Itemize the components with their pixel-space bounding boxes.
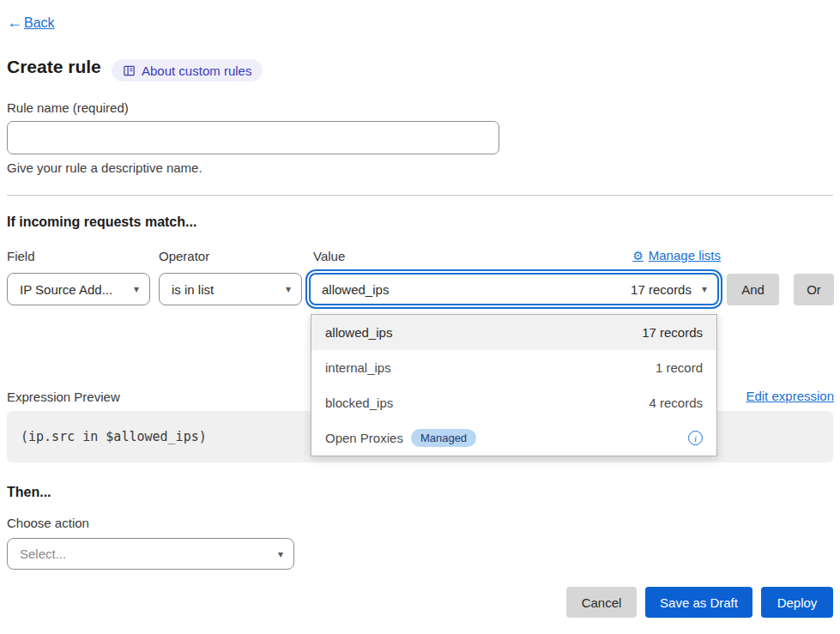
rule-name-label: Rule name (required) <box>7 100 129 115</box>
match-section-heading: If incoming requests match... <box>7 214 196 230</box>
managed-badge: Managed <box>411 429 476 447</box>
operator-select-value: is in list <box>172 282 214 297</box>
list-item-name: internal_ips <box>325 360 391 375</box>
save-as-draft-button[interactable]: Save as Draft <box>645 587 752 618</box>
info-icon[interactable]: i <box>688 431 703 445</box>
list-item-allowed-ips[interactable]: allowed_ips 17 records <box>311 315 716 350</box>
page-title: Create rule <box>7 57 101 77</box>
edit-expression-link[interactable]: Edit expression <box>746 389 834 403</box>
expression-code: (ip.src in $allowed_ips) <box>21 429 207 444</box>
action-select[interactable]: Select... ▾ <box>7 538 294 570</box>
list-item-count: 17 records <box>642 325 703 340</box>
back-arrow-icon: ← <box>7 14 22 32</box>
then-section-heading: Then... <box>7 485 51 500</box>
value-select-count: 17 records <box>631 282 692 297</box>
chevron-down-icon: ▾ <box>278 548 283 560</box>
list-item-internal-ips[interactable]: internal_ips 1 record <box>311 350 716 385</box>
rule-name-input[interactable] <box>7 121 499 154</box>
rule-name-help-text: Give your rule a descriptive name. <box>7 160 202 175</box>
and-button[interactable]: And <box>727 274 779 305</box>
chevron-down-icon: ▾ <box>286 283 291 295</box>
chevron-down-icon: ▾ <box>702 283 707 295</box>
list-item-blocked-ips[interactable]: blocked_ips 4 records <box>311 385 716 420</box>
manage-lists-link[interactable]: ⚙ Manage lists <box>632 248 721 263</box>
list-item-name: Open Proxies <box>325 431 403 445</box>
field-column-label: Field <box>7 249 35 263</box>
value-select[interactable]: allowed_ips 17 records ▾ <box>309 273 719 305</box>
operator-select[interactable]: is in list ▾ <box>159 273 302 305</box>
about-custom-rules-label: About custom rules <box>142 63 251 78</box>
action-select-placeholder: Select... <box>20 546 66 561</box>
expression-preview-label: Expression Preview <box>7 389 120 404</box>
list-item-open-proxies[interactable]: Open Proxies Managed i <box>311 420 716 456</box>
gear-icon: ⚙ <box>632 249 644 263</box>
field-select[interactable]: IP Source Add... ▾ <box>7 273 150 305</box>
chevron-down-icon: ▾ <box>134 283 139 295</box>
book-icon <box>123 64 136 77</box>
section-divider <box>7 195 833 196</box>
value-select-name: allowed_ips <box>322 282 389 297</box>
back-link-label: Back <box>24 15 55 31</box>
back-link[interactable]: ← Back <box>7 14 55 32</box>
cancel-button[interactable]: Cancel <box>566 587 637 618</box>
list-item-name: blocked_ips <box>325 395 393 410</box>
or-button[interactable]: Or <box>794 274 834 305</box>
manage-lists-label: Manage lists <box>649 248 721 263</box>
operator-column-label: Operator <box>159 249 209 263</box>
about-custom-rules-link[interactable]: About custom rules <box>112 59 263 82</box>
value-dropdown-menu: allowed_ips 17 records internal_ips 1 re… <box>311 314 717 456</box>
deploy-button[interactable]: Deploy <box>761 587 833 618</box>
field-select-value: IP Source Add... <box>20 282 112 297</box>
list-item-name: allowed_ips <box>325 325 392 340</box>
list-item-count: 1 record <box>656 360 703 375</box>
list-item-count: 4 records <box>649 395 703 410</box>
value-column-label: Value <box>313 249 345 263</box>
choose-action-label: Choose action <box>7 516 89 530</box>
